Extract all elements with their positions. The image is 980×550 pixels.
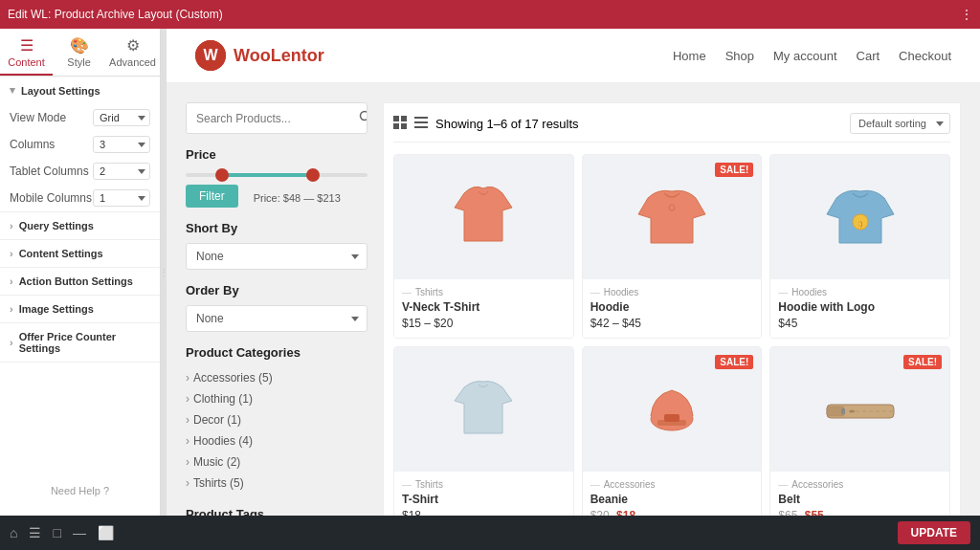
content-icon: ☰	[4, 36, 49, 55]
chevron-icon: ›	[10, 220, 13, 231]
product-card-5[interactable]: SALE! Accessories Beanie	[582, 346, 763, 516]
price-handle-left[interactable]	[215, 168, 229, 182]
category-hoodies[interactable]: Hoodies (4)	[186, 430, 368, 451]
product-price-6: $65 $55	[778, 509, 942, 516]
svg-rect-9	[414, 121, 428, 123]
product-name-3: Hoodie with Logo	[778, 300, 942, 314]
logo-icon: W	[195, 40, 226, 71]
columns-select[interactable]: 3	[93, 136, 150, 153]
image-settings-header[interactable]: › Image Settings	[0, 296, 160, 322]
category-music[interactable]: Music (2)	[186, 451, 368, 473]
mobile-columns-row: Mobile Columns 1	[0, 185, 160, 211]
chevron-icon: ›	[10, 275, 13, 287]
product-category-4: Tshirts	[402, 479, 566, 490]
tab-style[interactable]: 🎨 Style	[53, 29, 105, 76]
category-accessories[interactable]: Accessories (5)	[186, 367, 368, 388]
svg-rect-10	[414, 126, 428, 128]
search-input[interactable]	[187, 105, 349, 132]
search-box	[186, 102, 368, 134]
tab-content[interactable]: ☰ Content	[0, 29, 53, 76]
product-price-2: $42 – $45	[590, 317, 754, 330]
product-category-1: Tshirts	[402, 287, 566, 297]
order-by-section: Order By None	[186, 283, 368, 332]
toolbar-info-icon[interactable]: ⬜	[98, 525, 114, 540]
product-image-6: SALE!	[770, 347, 949, 472]
top-bar-menu-icon[interactable]: ⋮	[961, 8, 972, 21]
product-card-1[interactable]: Tshirts V-Neck T-Shirt $15 – $20	[393, 154, 574, 339]
category-clothing[interactable]: Clothing (1)	[186, 388, 368, 409]
sort-select[interactable]: Default sorting	[850, 113, 950, 134]
product-image-2: SALE!	[583, 155, 762, 279]
chevron-icon: ›	[10, 303, 13, 315]
view-mode-select[interactable]: Grid	[93, 109, 150, 126]
product-area: Showing 1–6 of 17 results Default sortin…	[383, 102, 961, 516]
toolbar-preview-icon[interactable]: —	[73, 525, 86, 540]
product-name-4: T-Shirt	[402, 493, 566, 506]
tablet-columns-select[interactable]: 2	[93, 163, 150, 180]
product-image-4	[394, 347, 573, 472]
tablet-columns-row: Tablet Columns 2	[0, 158, 160, 185]
advanced-icon: ⚙	[109, 36, 156, 55]
tab-advanced[interactable]: ⚙ Advanced	[105, 29, 160, 76]
grid-view-icon[interactable]	[393, 116, 407, 132]
style-icon: 🎨	[56, 36, 101, 55]
logo: W WooLentor	[195, 40, 324, 71]
columns-row: Columns 3	[0, 131, 160, 158]
nav-home[interactable]: Home	[673, 49, 706, 63]
update-button[interactable]: UPDATE	[898, 521, 970, 544]
price-label: Price	[186, 147, 368, 162]
top-bar-title: Edit WL: Product Archive Layout (Custom)	[8, 8, 223, 21]
mobile-columns-select[interactable]: 1	[93, 189, 150, 207]
short-by-select[interactable]: None	[186, 243, 368, 270]
product-info-6: Accessories Belt $65 $55	[770, 472, 949, 516]
tags-label: Product Tags	[186, 507, 368, 516]
columns-label: Columns	[10, 138, 55, 151]
category-tshirts[interactable]: Tshirts (5)	[186, 473, 368, 494]
short-by-label: Short By	[186, 221, 368, 235]
toolbar-home-icon[interactable]: ⌂	[10, 525, 17, 540]
product-info-4: Tshirts T-Shirt $18	[394, 472, 573, 516]
sidebar-tabs: ☰ Content 🎨 Style ⚙ Advanced	[0, 29, 160, 77]
list-view-icon[interactable]	[414, 116, 428, 131]
nav-checkout[interactable]: Checkout	[899, 49, 951, 63]
need-help[interactable]: Need Help ?	[0, 466, 160, 516]
price-slider-track[interactable]	[186, 173, 368, 177]
sale-badge-2: SALE!	[715, 163, 753, 177]
product-category-5: Accessories	[590, 479, 754, 490]
view-mode-row: View Mode Grid	[0, 104, 160, 131]
action-button-settings-header[interactable]: › Action Button Settings	[0, 268, 160, 295]
query-settings-header[interactable]: › Query Settings	[0, 212, 160, 239]
chevron-icon: ›	[10, 248, 13, 259]
product-card-6[interactable]: SALE! Accessories Belt	[769, 346, 950, 516]
nav-cart[interactable]: Cart	[857, 49, 880, 63]
chevron-icon: ▾	[10, 84, 15, 97]
tablet-columns-label: Tablet Columns	[10, 165, 89, 178]
filter-button[interactable]: Filter	[186, 185, 238, 208]
search-button[interactable]	[349, 103, 368, 133]
nav-account[interactable]: My account	[773, 49, 836, 63]
price-old-5: $20	[590, 509, 610, 516]
category-list: Accessories (5) Clothing (1) Decor (1) H…	[186, 367, 368, 494]
layout-settings-header[interactable]: ▾ Layout Settings	[0, 77, 160, 104]
category-decor[interactable]: Decor (1)	[186, 409, 368, 430]
offer-price-settings-header[interactable]: › Offer Price Counter Settings	[0, 323, 160, 362]
view-mode-label: View Mode	[10, 111, 66, 124]
product-card-2[interactable]: SALE! Hoodies Hoodie $42 – $45	[582, 154, 763, 339]
toolbar-device-icon[interactable]: □	[53, 525, 60, 540]
toolbar-settings-icon[interactable]: ☰	[29, 525, 41, 540]
svg-rect-6	[393, 123, 399, 129]
svg-rect-8	[414, 117, 428, 119]
content-settings-header[interactable]: › Content Settings	[0, 240, 160, 267]
order-by-select[interactable]: None	[186, 305, 368, 332]
sale-badge-5: SALE!	[715, 355, 753, 369]
price-handle-right[interactable]	[306, 168, 320, 182]
product-card-3[interactable]: :) Hoodies Hoodie with Logo $45	[769, 154, 950, 339]
product-card-4[interactable]: Tshirts T-Shirt $18	[393, 346, 574, 516]
product-category-6: Accessories	[778, 479, 942, 490]
price-slider-fill	[222, 173, 313, 177]
tags-section: Product Tags Cap (2) T-Shirts (4)	[186, 507, 368, 516]
nav-shop[interactable]: Shop	[725, 49, 754, 63]
filter-sidebar: Price Filter Price: $48 — $213 Short By …	[186, 102, 368, 516]
results-text: Showing 1–6 of 17 results	[435, 117, 579, 131]
product-name-1: V-Neck T-Shirt	[402, 300, 566, 314]
